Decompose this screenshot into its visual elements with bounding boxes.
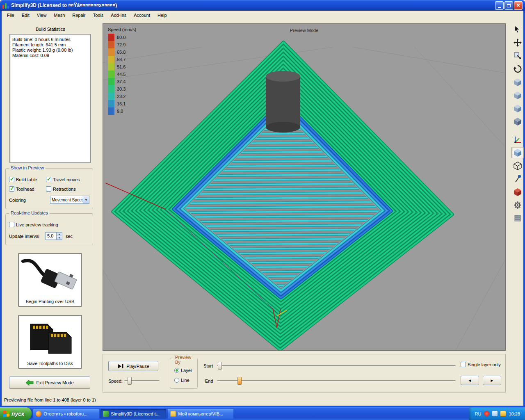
coordinate-axes-button[interactable] xyxy=(511,134,524,145)
checkbox-icon xyxy=(9,222,14,227)
build-statistics-box: Build time: 0 hours 6 minutesFilament le… xyxy=(9,34,91,163)
maximize-icon xyxy=(507,4,511,7)
preview-by-line-radio[interactable]: Line xyxy=(174,378,189,383)
legend-color-swatch xyxy=(108,78,114,85)
retractions-checkbox[interactable]: Retractions xyxy=(46,186,76,192)
move-tool-button[interactable] xyxy=(511,37,524,48)
cursor-icon xyxy=(513,25,522,34)
exit-preview-button[interactable]: Exit Preview Mode xyxy=(9,377,90,389)
save-toolpaths-button[interactable]: Save Toolpaths to Disk xyxy=(18,315,82,369)
menu-item[interactable]: File xyxy=(3,11,18,19)
build-statistic: Build time: 0 hours 6 minutes xyxy=(12,37,88,42)
start-slider[interactable] xyxy=(217,362,456,370)
start-button[interactable]: пуск xyxy=(0,407,32,420)
window-title: Simplify3D (Licensed to ¤¤Ÿá¤¤¤¤¤¤¤x¤¤¤¤… xyxy=(11,2,495,8)
button-label: Exit Preview Mode xyxy=(36,380,73,385)
select-tool-button[interactable] xyxy=(511,24,524,35)
begin-printing-usb-button[interactable]: Begin Printing over USB xyxy=(18,253,82,307)
status-bar: Previewing file from line 1 to 408 (laye… xyxy=(2,394,523,406)
menu-item[interactable]: Mesh xyxy=(50,11,68,19)
previous-layer-button[interactable]: ◄ xyxy=(461,376,479,385)
button-label: Save Toolpaths to Disk xyxy=(27,360,73,368)
update-interval-input[interactable]: 5,0 ▲▼ xyxy=(45,232,62,240)
cube-tool-button-2[interactable] xyxy=(511,89,524,101)
build-statistics-title: Build Statistics xyxy=(3,27,98,32)
cross-section-button[interactable] xyxy=(511,186,524,198)
live-preview-checkbox[interactable]: Live preview tracking xyxy=(9,222,58,227)
wireframe-view-button[interactable] xyxy=(511,160,524,171)
menu-item[interactable]: Tools xyxy=(89,11,107,19)
update-interval-value: 5,0 xyxy=(46,233,56,240)
build-table-checkbox[interactable]: Build table xyxy=(9,177,37,182)
play-pause-button[interactable]: Play/Pause xyxy=(108,361,158,371)
cube-tool-button-1[interactable] xyxy=(511,76,524,88)
legend-entry: 30.3 xyxy=(108,85,136,93)
legend-color-swatch xyxy=(108,85,114,93)
legend-color-swatch xyxy=(108,63,114,71)
maximize-button[interactable] xyxy=(504,1,513,10)
group-title: Preview By xyxy=(173,355,197,365)
legend-entry: 23.2 xyxy=(108,93,136,100)
menu-item[interactable]: Edit xyxy=(18,11,33,19)
settings-button[interactable] xyxy=(511,199,524,211)
preview-by-layer-radio[interactable]: Layer xyxy=(174,368,192,373)
right-arrow-icon: ► xyxy=(490,378,494,383)
checkbox-label: Single layer only xyxy=(468,362,501,367)
tray-icon-red[interactable] xyxy=(484,411,489,416)
spin-up-icon[interactable]: ▲ xyxy=(57,233,62,236)
rotate-icon xyxy=(513,64,522,73)
slider-track xyxy=(217,380,456,381)
usb-cable-image xyxy=(19,254,81,298)
toolhead-checkbox[interactable]: Toolhead xyxy=(9,186,34,192)
speed-slider[interactable] xyxy=(124,377,160,385)
taskbar-item-browser[interactable]: Ответить • roboforu... xyxy=(33,409,99,419)
slider-thumb[interactable] xyxy=(218,362,222,370)
menu-item[interactable]: Help xyxy=(154,11,171,19)
language-indicator[interactable]: RU xyxy=(475,411,482,416)
slider-thumb[interactable] xyxy=(128,377,132,385)
legend-value: 30.3 xyxy=(117,87,126,91)
slider-thumb[interactable] xyxy=(237,377,242,385)
cube-icon xyxy=(513,117,522,126)
speed-label: Speed: xyxy=(108,379,123,383)
travel-moves-checkbox[interactable]: Travel moves xyxy=(46,177,80,182)
single-layer-checkbox[interactable]: Single layer only xyxy=(461,362,501,367)
folder-icon xyxy=(170,411,176,417)
tray-icon-blue[interactable] xyxy=(492,411,498,416)
shaded-view-button[interactable] xyxy=(511,147,524,158)
legend-color-swatch xyxy=(108,107,114,115)
tray-icon-yellow[interactable] xyxy=(500,411,506,416)
status-text: Previewing file from line 1 to 408 (laye… xyxy=(4,397,96,402)
menu-item[interactable]: View xyxy=(33,11,50,19)
play-pause-icon xyxy=(117,363,124,369)
radio-label: Line xyxy=(181,378,189,383)
close-button[interactable]: ✕ xyxy=(514,1,523,10)
menu-item[interactable]: Repair xyxy=(68,11,89,19)
pin-icon xyxy=(513,174,522,183)
coloring-dropdown[interactable]: Movement Speed ▼ xyxy=(50,196,89,204)
menu-item[interactable]: Account xyxy=(130,11,154,19)
cube-tool-button-4[interactable] xyxy=(511,116,524,127)
scale-icon xyxy=(513,51,522,60)
group-title: Show in Preview xyxy=(9,165,46,170)
checkbox-label: Live preview tracking xyxy=(16,222,58,227)
end-slider[interactable] xyxy=(217,377,456,385)
layers-tool-button[interactable] xyxy=(511,212,524,224)
next-layer-button[interactable]: ► xyxy=(483,376,501,385)
taskbar-item-explorer[interactable]: Мой компьютер\VIB... xyxy=(168,409,233,419)
button-label: Begin Printing over USB xyxy=(26,298,75,306)
checkbox-label: Build table xyxy=(16,177,37,182)
cube-icon xyxy=(513,78,522,87)
legend-entry: 80.0 xyxy=(108,34,136,41)
legend-entry: 65.8 xyxy=(108,48,136,56)
pin-tool-button[interactable] xyxy=(511,173,524,185)
menu-item[interactable]: Add-Ins xyxy=(107,11,130,19)
show-in-preview-group: Show in Preview Build table Travel moves… xyxy=(5,168,93,209)
preview-viewport[interactable]: Preview Mode Speed (mm/s) 80.0 72.9 xyxy=(103,23,506,351)
taskbar-item-simplify3d[interactable]: Simplify3D (Licensed t... xyxy=(100,409,166,419)
spin-down-icon[interactable]: ▼ xyxy=(57,236,62,240)
cube-tool-button-3[interactable] xyxy=(511,103,524,114)
scale-tool-button[interactable] xyxy=(511,50,524,62)
minimize-button[interactable] xyxy=(495,1,504,10)
rotate-tool-button[interactable] xyxy=(511,63,524,75)
